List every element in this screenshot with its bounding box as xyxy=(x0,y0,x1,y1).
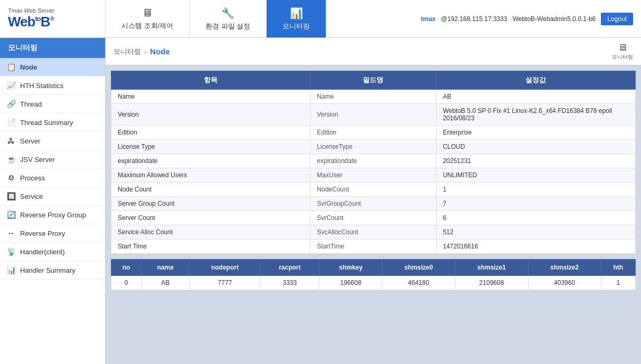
table-row: Maximum Allowed Users MaxUser UNLIMITED xyxy=(111,168,636,183)
list-item: 0AB7777333319660846418021096084039601 xyxy=(111,276,636,290)
cell-value: Enterprise xyxy=(436,126,635,140)
sidebar-item-thread[interactable]: 🔗 Thread xyxy=(0,95,105,113)
sidebar-item-node[interactable]: 📋 Node xyxy=(0,58,105,76)
sidebar-header: 모니터링 xyxy=(0,38,105,58)
sidebar-label-handler-client: Handler(client) xyxy=(20,248,65,256)
cell-value: WebtoB 5.0 SP 0 Fix #1 Linux-K2.6_x64 FD… xyxy=(436,104,635,126)
sidebar-item-hth[interactable]: 📈 HTH Statistics xyxy=(0,76,105,95)
header: Tmax Web Server WebtoB® 🖥 시스템 조회/제어 🔧 환경… xyxy=(0,0,641,38)
header-info: tmax @192.168.115.17:3333 WebtoB-Webadmi… xyxy=(413,13,641,25)
breadcrumb: 모니터링 › Node 🖥 모니터링 xyxy=(106,38,641,65)
cell-field: Version xyxy=(310,104,436,126)
hth-icon: 📈 xyxy=(6,81,16,90)
logo-webtob: WebtoB® xyxy=(8,14,54,30)
env-icon: 🔧 xyxy=(221,7,234,20)
breadcrumb-monitor-label: 모니터링 xyxy=(612,53,633,61)
breadcrumb-separator: › xyxy=(144,47,147,56)
cell-item: Start Time xyxy=(111,240,310,254)
data-col-header: name xyxy=(142,260,190,276)
cell-name: AB xyxy=(142,276,190,290)
cell-field: SvrCount xyxy=(310,211,436,225)
sidebar-label-reverse-proxy-group: Reverse Proxy Group xyxy=(20,211,86,219)
cell-item: Service Alloc Count xyxy=(111,225,310,240)
cell-shmsize1: 2109608 xyxy=(455,276,528,290)
data-col-header: racport xyxy=(260,260,319,276)
cell-value: CLOUD xyxy=(436,140,635,154)
cell-item: Maximum Allowed Users xyxy=(111,168,310,183)
cell-field: expirationdate xyxy=(310,154,436,168)
tab-system[interactable]: 🖥 시스템 조회/제어 xyxy=(106,0,190,37)
data-col-header: shmsize0 xyxy=(382,260,455,276)
cell-field: SvcAllocCount xyxy=(310,225,436,240)
sidebar-label-node: Node xyxy=(20,63,37,71)
cell-value: 7 xyxy=(436,197,635,211)
sidebar-label-jsv-server: JSV Server xyxy=(20,156,55,164)
sidebar-label-handler-summary: Handler Summary xyxy=(20,266,76,274)
logout-button[interactable]: Logout xyxy=(601,13,633,25)
logo-tmax: Tmax Web Server xyxy=(8,7,54,14)
tab-system-label: 시스템 조회/제어 xyxy=(121,21,173,31)
data-col-header: nodeport xyxy=(190,260,260,276)
cell-shmkey: 196608 xyxy=(319,276,382,290)
data-col-header: no xyxy=(111,260,142,276)
cell-item: Node Count xyxy=(111,183,310,197)
cell-value: UNLIMITED xyxy=(436,168,635,183)
table-row: Name Name AB xyxy=(111,90,636,104)
cell-field: Edition xyxy=(310,126,436,140)
cell-value: 512 xyxy=(436,225,635,240)
col-header-field: 필드명 xyxy=(310,71,436,90)
cell-field: LicenseType xyxy=(310,140,436,154)
sidebar-item-handler-client[interactable]: 📡 Handler(client) xyxy=(0,243,105,261)
cell-no: 0 xyxy=(111,276,142,290)
sidebar-item-thread-summary[interactable]: 📄 Thread Summary xyxy=(0,113,105,132)
table-row: License Type LicenseType CLOUD xyxy=(111,140,636,154)
tab-env-label: 환경 파일 설정 xyxy=(205,22,250,31)
cell-value: 1 xyxy=(436,183,635,197)
username: tmax xyxy=(421,15,436,23)
sidebar-item-jsv-server[interactable]: ☕ JSV Server xyxy=(0,150,105,169)
cell-field: SvrGroupCount xyxy=(310,197,436,211)
reverse-proxy-group-icon: 🔄 xyxy=(6,210,16,219)
cell-field: StartTime xyxy=(310,240,436,254)
info-table: 항목 필드명 설정값 Name Name AB Version Version … xyxy=(111,71,636,254)
sidebar-item-reverse-proxy-group[interactable]: 🔄 Reverse Proxy Group xyxy=(0,206,105,224)
cell-field: NodeCount xyxy=(310,183,436,197)
jsv-icon: ☕ xyxy=(6,155,16,164)
table-row: Node Count NodeCount 1 xyxy=(111,183,636,197)
sidebar-item-reverse-proxy[interactable]: ↔ Reverse Proxy xyxy=(0,224,105,243)
table-row: Server Count SvrCount 6 xyxy=(111,211,636,225)
handler-client-icon: 📡 xyxy=(6,247,16,256)
data-col-header: shmsize1 xyxy=(455,260,528,276)
sidebar-label-reverse-proxy: Reverse Proxy xyxy=(20,229,65,237)
sidebar-label-hth: HTH Statistics xyxy=(20,82,63,90)
cell-item: Name xyxy=(111,90,310,104)
sidebar-item-handler-summary[interactable]: 📊 Handler Summary xyxy=(0,261,105,280)
breadcrumb-monitor-link[interactable]: 🖥 모니터링 xyxy=(612,42,633,61)
cell-field: Name xyxy=(310,90,436,104)
tab-monitor[interactable]: 📊 모니터링 xyxy=(267,0,326,37)
cell-item: expirationdate xyxy=(111,154,310,168)
table-row: Edition Edition Enterprise xyxy=(111,126,636,140)
server-address: @192.168.115.17:3333 xyxy=(441,15,507,23)
cell-item: Server Group Count xyxy=(111,197,310,211)
cell-nodeport: 7777 xyxy=(190,276,260,290)
sidebar-item-process[interactable]: ⚙ Process xyxy=(0,169,105,187)
logo-area: Tmax Web Server WebtoB® xyxy=(0,0,106,37)
sidebar-label-server: Server xyxy=(20,137,40,145)
thread-icon: 🔗 xyxy=(6,99,16,109)
monitor-icon: 📊 xyxy=(290,7,303,20)
breadcrumb-root[interactable]: 모니터링 xyxy=(114,47,141,56)
breadcrumb-current: Node xyxy=(150,47,170,56)
sidebar: 모니터링 📋 Node 📈 HTH Statistics 🔗 Thread 📄 … xyxy=(0,38,106,364)
reverse-proxy-icon: ↔ xyxy=(6,228,16,238)
content-body: 항목 필드명 설정값 Name Name AB Version Version … xyxy=(106,65,641,364)
tab-monitor-label: 모니터링 xyxy=(282,22,310,31)
nav-tabs: 🖥 시스템 조회/제어 🔧 환경 파일 설정 📊 모니터링 xyxy=(106,0,413,37)
cell-racport: 3333 xyxy=(260,276,319,290)
sidebar-label-thread-summary: Thread Summary xyxy=(20,119,73,127)
tab-env[interactable]: 🔧 환경 파일 설정 xyxy=(190,0,267,37)
monitor-mini-icon: 🖥 xyxy=(618,42,627,53)
sidebar-item-service[interactable]: 🔲 Service xyxy=(0,187,105,206)
cell-value: AB xyxy=(436,90,635,104)
sidebar-item-server[interactable]: 🖧 Server xyxy=(0,132,105,150)
